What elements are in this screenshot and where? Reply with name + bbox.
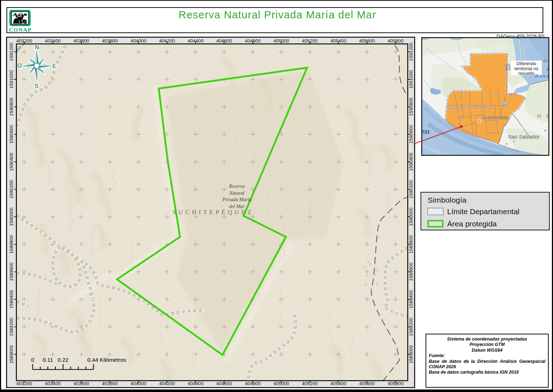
svg-text:1591000: 1591000 — [9, 70, 14, 89]
svg-text:S: S — [35, 83, 39, 90]
svg-text:0.44 Kilómetros: 0.44 Kilómetros — [87, 357, 126, 363]
svg-text:O: O — [17, 62, 22, 69]
svg-text:Reserva: Reserva — [229, 184, 245, 189]
svg-text:0.22: 0.22 — [58, 357, 68, 363]
svg-text:1589000: 1589000 — [9, 345, 14, 364]
svg-text:Guatemala: Guatemala — [448, 104, 494, 110]
svg-text:1589800: 1589800 — [9, 235, 14, 253]
svg-text:1591200: 1591200 — [9, 42, 14, 61]
svg-text:Natural: Natural — [229, 190, 245, 196]
svg-text:1589200: 1589200 — [9, 317, 14, 336]
svg-text:Privada María: Privada María — [222, 197, 251, 202]
svg-text:N: N — [35, 44, 39, 51]
svg-text:1590200: 1590200 — [9, 180, 14, 198]
svg-text:SUCHITEPÉQUEZ: SUCHITEPÉQUEZ — [172, 208, 253, 216]
svg-text:1590800: 1590800 — [9, 98, 14, 116]
svg-text:Diferendo: Diferendo — [517, 61, 536, 66]
svg-text:1590000: 1590000 — [9, 208, 14, 226]
svg-text:Guatemala: Guatemala — [482, 114, 508, 120]
svg-text:B: B — [505, 62, 511, 72]
svg-text:1589400: 1589400 — [9, 290, 14, 308]
svg-text:San Salvador: San Salvador — [508, 134, 539, 140]
svg-text:0.11: 0.11 — [42, 357, 53, 363]
svg-text:1590600: 1590600 — [9, 125, 14, 144]
svg-text:H o n d: H o n d — [535, 73, 549, 78]
svg-text:E: E — [52, 63, 56, 69]
svg-text:0: 0 — [31, 357, 34, 363]
svg-text:resuelto: resuelto — [518, 71, 535, 76]
svg-text:1589600: 1589600 — [9, 263, 14, 281]
svg-text:H o: H o — [537, 113, 549, 119]
svg-text:territorial no: territorial no — [514, 66, 539, 71]
svg-text:1590400: 1590400 — [9, 153, 14, 171]
